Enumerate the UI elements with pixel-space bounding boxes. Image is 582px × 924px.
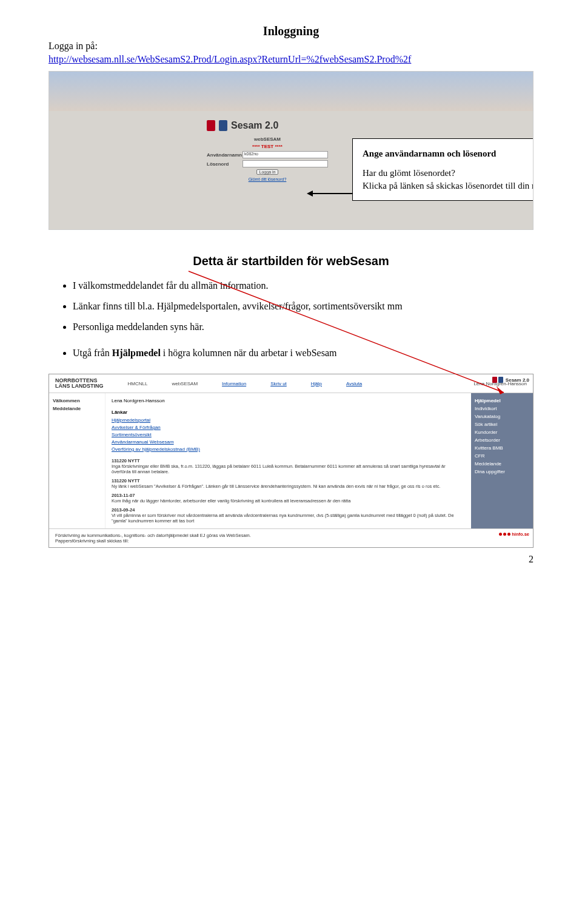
callout-heading: Ange användarnamn och lösenord (363, 147, 534, 160)
right-menu-item[interactable]: Kundorder (475, 430, 529, 435)
intro-text: Logga in på: (48, 41, 534, 52)
news-title: 2013-09-24 (112, 507, 465, 513)
login-screenshot: Sesam 2.0 webSESAM **** TEST **** Använd… (48, 71, 534, 230)
news-body: Ny länk i webSesam "Avvikelser & Förfråg… (112, 484, 465, 489)
startpage-screenshot: NORRBOTTENSLÄNS LANDSTING HMCNLL webSESA… (48, 374, 534, 548)
left-message: Meddelande (53, 406, 101, 411)
callout-arrow-head (307, 191, 313, 197)
news-title: 131220 NYTT (112, 458, 465, 464)
news-body: Kom ihåg när du lägger hämtorder, arbets… (112, 498, 465, 504)
username-input[interactable]: k082no (242, 151, 328, 158)
left-welcome: Välkommen (53, 398, 101, 403)
hmcnll-label: HMCNLL (128, 381, 148, 386)
test-label: **** TEST **** (207, 144, 328, 149)
callout-line1: Har du glömt lösenordet? (363, 167, 534, 179)
news-body: Inga förskrivningar eller BMB ska, fr.o.… (112, 464, 465, 474)
news-body: Vi vill påminna er som förskriver mot vå… (112, 513, 465, 524)
link-item[interactable]: Hjälpmedelsportal (112, 417, 465, 423)
login-button[interactable]: Logga in (256, 169, 279, 175)
page-number: 2 (48, 554, 534, 565)
link-item[interactable]: Avvikelser & Förfrågan (112, 425, 465, 430)
sesam-logo: Sesam 2.0 (207, 120, 328, 131)
link-item[interactable]: Sortimentsöversikt (112, 432, 465, 437)
section-heading: Detta är startbilden för webSesam (48, 254, 534, 268)
footer-line: Förskrivning av kommunikations-, kogniti… (55, 533, 527, 538)
password-label: Lösenord (207, 161, 240, 167)
right-menu: Hjälpmedel Individkort Varukatalog Sök a… (471, 393, 533, 528)
footer-line: Pappersförskrivning skall skickas till: (55, 538, 527, 544)
links-heading: Länkar (112, 410, 465, 415)
login-form: Sesam 2.0 webSESAM **** TEST **** Använd… (207, 120, 328, 182)
hinfo-logo: hinfo.se (499, 531, 529, 537)
link-item[interactable]: Användarmanual Websesam (112, 439, 465, 445)
brand-text: Sesam 2.0 (231, 120, 278, 131)
right-menu-item[interactable]: Dina uppgifter (475, 469, 529, 474)
news-title: 2013-11-07 (112, 493, 465, 498)
utga-bold: Hjälpmedel (112, 348, 161, 358)
forgot-password-link[interactable]: Glömt ditt lösenord? (249, 177, 287, 181)
main-column: Lena Nordgren-Hansson Länkar Hjälpmedels… (105, 393, 471, 528)
footer: Förskrivning av kommunikations-, kogniti… (49, 528, 533, 547)
login-url-link[interactable]: http://websesam.nll.se/WebSesamS2.Prod/L… (48, 54, 411, 64)
websesam-label: webSESAM (207, 137, 328, 142)
left-column: Välkommen Meddelande (49, 393, 105, 528)
right-menu-item[interactable]: Sök artikel (475, 422, 529, 427)
link-item[interactable]: Överföring av hjälpmedelskostnad (BMB) (112, 447, 465, 452)
news-section: 131220 NYTT Inga förskrivningar eller BM… (112, 458, 465, 524)
callout-box: Ange användarnamn och lösenord Har du gl… (352, 138, 534, 201)
svg-line-0 (189, 271, 504, 393)
right-menu-item[interactable]: Meddelande (475, 461, 529, 467)
right-menu-item[interactable]: Varukatalog (475, 414, 529, 419)
right-menu-item[interactable]: CFR (475, 453, 529, 459)
red-arrow-icon (189, 271, 516, 406)
right-menu-item[interactable]: Kvittera BMB (475, 445, 529, 451)
nll-logo: NORRBOTTENSLÄNS LANDSTING (55, 378, 104, 389)
password-input[interactable] (242, 160, 328, 167)
right-menu-item[interactable]: Individkort (475, 406, 529, 411)
utga-pre: Utgå från (73, 348, 112, 358)
username-label: Användarnamn (207, 152, 240, 158)
callout-arrow (310, 193, 352, 194)
page-title: Inloggning (48, 24, 534, 38)
right-menu-item[interactable]: Arbetsorder (475, 437, 529, 443)
news-title: 131220 NYTT (112, 478, 465, 484)
callout-line2: Klicka på länken så skickas lösenordet t… (363, 180, 534, 192)
